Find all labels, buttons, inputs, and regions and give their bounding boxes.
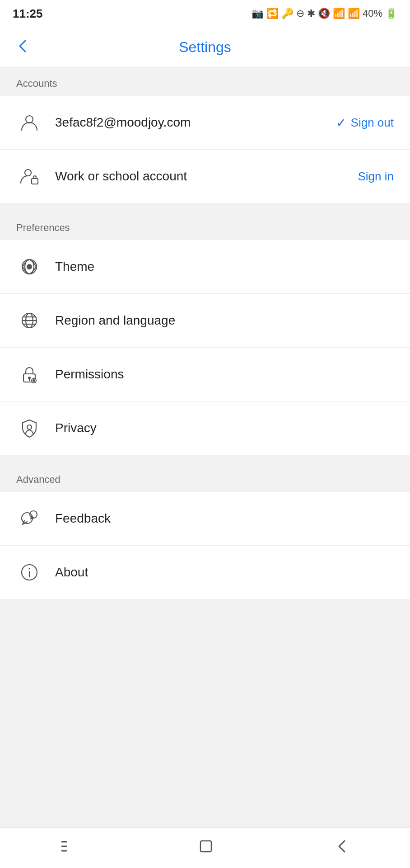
accounts-list: 3efac8f2@moodjoy.com ✓ Sign out Work or …: [0, 96, 410, 203]
bluetooth-icon: ✱: [307, 8, 315, 19]
feedback-item[interactable]: Feedback: [0, 492, 410, 546]
about-label: About: [55, 565, 394, 580]
battery-text: 40%: [363, 8, 382, 19]
theme-label: Theme: [55, 259, 394, 274]
spacer-1: [0, 203, 410, 212]
theme-icon: [16, 254, 42, 280]
theme-item[interactable]: Theme: [0, 240, 410, 294]
nav-back-button[interactable]: [316, 834, 368, 863]
advanced-list: Feedback About: [0, 492, 410, 599]
permissions-label: Permissions: [55, 367, 394, 382]
work-account-label: Work or school account: [55, 169, 358, 184]
page-title: Settings: [179, 39, 231, 56]
dnd-icon: ⊖: [296, 8, 304, 19]
globe-icon: [16, 307, 42, 334]
key-icon: 🔑: [281, 8, 294, 19]
region-language-item[interactable]: Region and language: [0, 294, 410, 348]
shield-icon: [16, 415, 42, 441]
status-icons: 📷 🔁 🔑 ⊖ ✱ 🔇 📶 📶 40% 🔋: [252, 8, 397, 19]
back-button[interactable]: [14, 38, 31, 57]
permissions-item[interactable]: Permissions: [0, 348, 410, 401]
bottom-nav: [0, 827, 410, 868]
svg-point-12: [28, 377, 31, 379]
svg-point-0: [26, 116, 33, 123]
work-account-item[interactable]: Work or school account Sign in: [0, 150, 410, 203]
svg-point-15: [33, 379, 35, 382]
feedback-label: Feedback: [55, 511, 394, 526]
svg-rect-25: [200, 841, 211, 852]
status-time: 11:25: [13, 7, 43, 21]
page-header: Settings: [0, 27, 410, 68]
lock-icon: [16, 361, 42, 387]
signin-action[interactable]: Sign in: [358, 170, 394, 184]
privacy-item[interactable]: Privacy: [0, 401, 410, 455]
nav-menu-button[interactable]: [42, 835, 96, 862]
preferences-list: Theme Region and language: [0, 240, 410, 455]
about-item[interactable]: About: [0, 546, 410, 599]
signal-icon: 📶: [348, 8, 360, 19]
bottom-area: [0, 599, 410, 753]
personal-account-item[interactable]: 3efac8f2@moodjoy.com ✓ Sign out: [0, 96, 410, 150]
svg-rect-2: [32, 179, 38, 184]
svg-point-4: [27, 264, 32, 269]
svg-point-1: [25, 170, 31, 176]
svg-point-21: [29, 568, 30, 570]
signout-label: Sign out: [351, 116, 394, 130]
privacy-label: Privacy: [55, 421, 394, 435]
person-work-icon: [16, 163, 42, 189]
mute-icon: 🔇: [318, 8, 330, 19]
signin-label: Sign in: [358, 170, 394, 184]
status-bar: 11:25 📷 🔁 🔑 ⊖ ✱ 🔇 📶 📶 40% 🔋: [0, 0, 410, 27]
person-icon: [16, 109, 42, 136]
section-header-preferences: Preferences: [0, 212, 410, 240]
wifi-icon: 📶: [333, 8, 345, 19]
sim-icon: 🔁: [266, 8, 279, 19]
section-header-advanced: Advanced: [0, 464, 410, 492]
spacer-2: [0, 455, 410, 464]
info-icon: [16, 559, 42, 585]
check-icon: ✓: [336, 115, 346, 130]
region-language-label: Region and language: [55, 313, 394, 328]
signout-action[interactable]: ✓ Sign out: [336, 115, 394, 130]
svg-point-16: [27, 425, 32, 429]
nav-home-button[interactable]: [180, 834, 232, 863]
camera-icon: 📷: [252, 8, 264, 19]
personal-account-label: 3efac8f2@moodjoy.com: [55, 115, 336, 130]
feedback-icon: [16, 505, 42, 532]
section-header-accounts: Accounts: [0, 68, 410, 96]
battery-icon: 🔋: [385, 8, 397, 19]
